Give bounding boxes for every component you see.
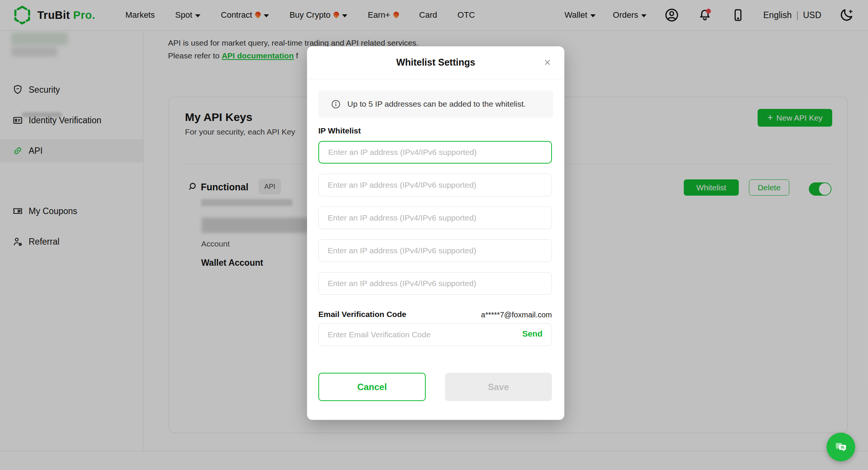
- save-button[interactable]: Save: [445, 373, 552, 401]
- email-verification-label: Email Verification Code: [318, 310, 406, 319]
- verification-code-field: Send: [318, 323, 552, 346]
- notice-text: Up to 5 IP addresses can be added to the…: [347, 100, 526, 109]
- close-icon[interactable]: ×: [540, 55, 555, 70]
- modal-header: Whitelist Settings ×: [307, 46, 564, 80]
- ip-input-4[interactable]: [318, 239, 552, 262]
- support-chat-button[interactable]: [827, 433, 855, 461]
- ip-input-1[interactable]: [318, 141, 552, 164]
- info-icon: [331, 99, 341, 109]
- cancel-button[interactable]: Cancel: [318, 373, 426, 401]
- notice-banner: Up to 5 IP addresses can be added to the…: [318, 90, 553, 118]
- whitelist-settings-modal: Whitelist Settings × Up to 5 IP addresse…: [307, 46, 564, 420]
- send-code-button[interactable]: Send: [522, 329, 542, 339]
- ip-whitelist-label: IP Whitelist: [318, 126, 361, 135]
- ip-input-2[interactable]: [318, 174, 552, 196]
- verification-code-input[interactable]: [319, 324, 525, 345]
- ip-input-5[interactable]: [318, 272, 552, 295]
- chat-bubbles-icon: [833, 439, 848, 455]
- modal-title: Whitelist Settings: [307, 57, 564, 68]
- page: API Settings API is used for market quer…: [0, 0, 868, 470]
- masked-email: a*****7@foxmail.com: [481, 311, 552, 319]
- ip-input-3[interactable]: [318, 207, 552, 229]
